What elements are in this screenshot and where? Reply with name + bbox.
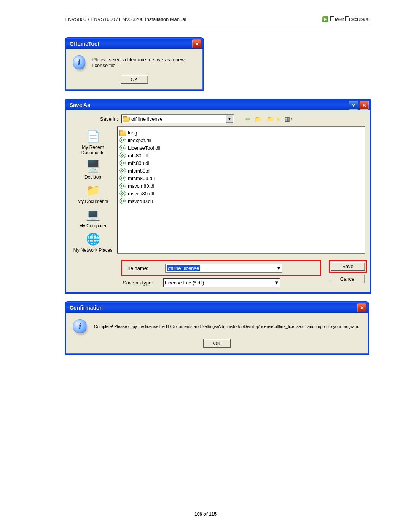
chevron-down-icon[interactable]: ▼ [226,115,233,123]
titlebar[interactable]: Save As ? ✕ [66,100,370,110]
dll-icon [119,152,126,158]
filename-combo[interactable]: offline_license ▼ [165,264,282,273]
places-bar: 📄My Recent Documents 🖥️Desktop 📁My Docum… [71,126,115,254]
titlebar[interactable]: Confirmation ✕ [66,302,368,313]
dll-icon [119,190,126,197]
dialog-title: Confirmation [70,305,103,311]
doc-title: ENVS800 / ENVS1600 / ENVS3200 Installati… [65,16,186,22]
page-footer: 106 of 115 [0,511,411,517]
list-item[interactable]: mfcm80u.dll [119,175,362,182]
close-icon[interactable]: ✕ [357,303,366,312]
file-name: mfcm80.dll [128,168,152,174]
file-name: mfc80u.dll [128,160,150,166]
save-type-value: License File (*.dll) [165,280,204,286]
confirmation-dialog: Confirmation ✕ i Complete! Please copy t… [65,301,369,355]
list-item[interactable]: LicenseTool.dll [119,144,362,151]
brand-logo: E EverFocus® [322,15,369,23]
computer-icon: 💻 [84,207,101,222]
file-name: msvcr80.dll [128,198,153,204]
dll-icon [119,160,126,166]
dll-icon [119,168,126,174]
recent-icon: 📄 [84,129,101,144]
desktop-icon: 🖥️ [84,158,101,174]
list-item[interactable]: msvcp80.dll [119,190,362,197]
filename-value: offline_license [167,265,200,271]
dialog-title: OffLineTool [70,41,99,47]
save-type-label: Save as type: [123,280,159,286]
info-icon: i [73,55,86,70]
place-documents[interactable]: 📁My Documents [72,181,114,204]
list-item[interactable]: mfc80u.dll [119,160,362,166]
help-icon[interactable]: ? [349,101,358,110]
save-in-value: off line license [131,116,223,122]
page-num: 106 [194,511,202,517]
place-label: My Recent Documents [72,145,114,155]
place-recent[interactable]: 📄My Recent Documents [72,127,114,155]
chevron-down-icon[interactable]: ▼ [274,280,279,286]
brand-mark-icon: E [322,16,328,22]
dll-icon [119,198,126,204]
place-label: My Documents [72,199,114,204]
close-icon[interactable]: ✕ [192,39,201,48]
place-desktop[interactable]: 🖥️Desktop [72,157,114,180]
list-item[interactable]: lang [119,129,362,136]
folder-icon [119,130,126,135]
view-menu-icon[interactable]: ▦▾ [284,115,293,123]
save-as-dialog: Save As ? ✕ Save in: off line license ▼ … [65,99,371,294]
list-item[interactable]: libexpat.dll [119,137,362,144]
dll-icon [119,137,126,143]
list-item[interactable]: mfc80.dll [119,152,362,159]
place-label: My Network Places [72,248,114,253]
dialog-message: Complete! Please copy the license file D… [94,324,359,329]
file-name: LicenseTool.dll [128,145,160,151]
documents-icon: 📁 [84,183,101,198]
file-name: msvcm80.dll [128,183,155,189]
ok-button[interactable]: OK [203,339,231,348]
save-type-combo[interactable]: License File (*.dll) ▼ [163,278,280,287]
dialog-message: Please select a filename to save as a ne… [92,57,196,68]
save-type-row: Save as type: License File (*.dll) ▼ [123,278,319,287]
new-folder-icon[interactable]: 📁✨ [267,115,280,123]
offline-tool-dialog: OffLineTool ✕ i Please select a filename… [65,37,204,91]
folder-nav-icons: ⬅ 📁 📁✨ ▦▾ [245,115,293,123]
dialog-title: Save As [70,102,90,108]
file-name: mfc80.dll [128,153,148,158]
place-label: Desktop [72,174,114,180]
dll-icon [119,145,126,151]
list-item[interactable]: mfcm80.dll [119,167,362,174]
dll-icon [119,183,126,189]
file-name: msvcp80.dll [128,191,154,197]
close-icon[interactable]: ✕ [360,101,369,110]
file-name: libexpat.dll [128,137,151,143]
list-item[interactable]: msvcr80.dll [119,198,362,204]
titlebar[interactable]: OffLineTool ✕ [66,38,203,49]
up-folder-icon[interactable]: 📁 [255,115,262,123]
brand-name: EverFocus [330,15,365,23]
dll-icon [119,175,126,181]
page-of: of [203,511,207,517]
place-computer[interactable]: 💻My Computer [72,206,114,228]
folder-icon [123,116,129,121]
file-list[interactable]: lang libexpat.dll LicenseTool.dll mfc80.… [117,126,365,254]
save-in-label: Save in: [93,116,118,122]
place-network[interactable]: 🌐My Network Places [72,230,114,253]
list-item[interactable]: msvcm80.dll [119,182,362,189]
info-icon: i [73,319,87,334]
file-name: lang [128,130,137,136]
place-label: My Computer [72,223,114,228]
back-icon[interactable]: ⬅ [245,115,250,123]
save-in-combo[interactable]: off line license ▼ [121,114,234,123]
document-header: ENVS800 / ENVS1600 / ENVS3200 Installati… [65,15,369,26]
save-button[interactable]: Save [331,262,365,271]
network-icon: 🌐 [84,232,101,247]
filename-label: File name: [125,265,161,271]
filename-row: File name: offline_license ▼ [123,262,319,274]
cancel-button[interactable]: Cancel [331,275,365,283]
ok-button[interactable]: OK [121,75,148,84]
page-total: 115 [209,511,217,517]
chevron-down-icon[interactable]: ▼ [276,265,281,271]
file-name: mfcm80u.dll [128,176,155,181]
